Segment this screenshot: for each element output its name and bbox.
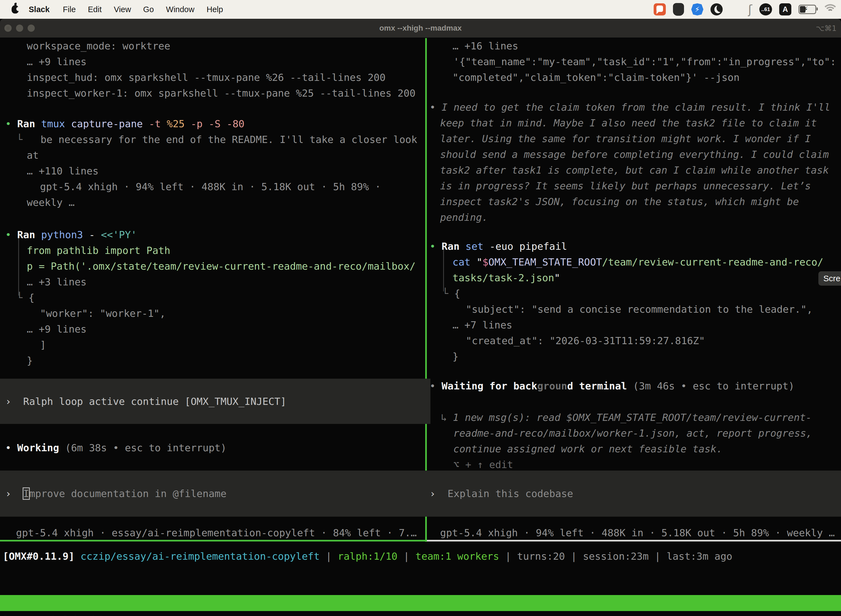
terminal-line: task2 after task1 is complete, but can I…	[440, 162, 829, 178]
menu-item-file[interactable]: File	[63, 5, 76, 14]
prompt-chevron: ›	[429, 488, 448, 499]
blue-badge-icon[interactable]: ⚡	[691, 3, 703, 15]
terminal-line: inspect task2's JSON, focusing on the st…	[440, 194, 799, 210]
terminal-line: gpt-5.4 xhigh · 94% left · 488K in · 5.1…	[440, 525, 835, 541]
terminal-line: • Ran python3 - <<'PY'	[5, 227, 137, 243]
menu-app-name[interactable]: Slack	[29, 5, 50, 14]
screen-tooltip: Scre	[818, 271, 841, 286]
terminal-line: should send a message before completing …	[440, 147, 829, 162]
terminal-line: later. Using the same for transition mig…	[440, 131, 811, 147]
terminal-line: ↳ 1 new msg(s): read $OMX_TEAM_STATE_ROO…	[441, 409, 812, 425]
menu-item-go[interactable]: Go	[143, 5, 154, 14]
terminal-line: cat "$OMX_TEAM_STATE_ROOT/team/review-cu…	[453, 254, 823, 270]
text-cursor: I	[23, 488, 29, 499]
terminal-line: • I need to get the claim token from the…	[429, 99, 830, 115]
a-square-icon[interactable]: A	[779, 3, 791, 15]
terminal-line: "created_at": "2026-03-31T11:59:27.816Z"	[466, 333, 705, 349]
terminal-line: ]	[40, 337, 46, 353]
terminal-line: gpt-5.4 xhigh · essay/ai-reimplementatio…	[16, 525, 417, 541]
band-text: Ralph loop active continue [OMX_TMUX_INJ…	[23, 396, 286, 407]
window-title-bar: omx --xhigh --madmax ⌥⌘1	[0, 19, 841, 38]
window-shortcut-badge: ⌥⌘1	[816, 19, 837, 38]
terminal-line: └ {	[442, 286, 460, 301]
menu-item-edit[interactable]: Edit	[88, 5, 102, 14]
menu-status-area: ⚡ ʃ ..61 A ⚡	[653, 0, 837, 19]
terminal-line: … +110 lines	[27, 163, 98, 179]
terminal-line: gpt-5.4 xhigh · 94% left · 488K in · 5.1…	[40, 179, 381, 195]
apple-menu-icon[interactable]	[12, 5, 19, 13]
terminal-line: • Waiting for background terminal (3m 46…	[429, 378, 794, 394]
terminal-line: ⌥ + ↑ edit	[453, 457, 513, 472]
terminal-line: • Ran tmux capture-pane -t %25 -p -S -80	[5, 116, 245, 132]
battery-icon[interactable]: ⚡	[799, 5, 816, 14]
terminal-line: from pathlib import Path	[27, 243, 170, 258]
terminal-line: • Working (6m 38s • esc to interrupt)	[5, 440, 227, 456]
terminal-line: … +3 lines	[27, 274, 86, 290]
terminal-line: workspace_mode: worktree	[27, 38, 170, 54]
terminal-line: • Ran set -euo pipefail	[429, 238, 567, 254]
terminal-line: continue assigned work or next feasible …	[453, 441, 722, 457]
terminal-line: keep that in mind. Maybe I also need the…	[440, 115, 817, 131]
band-text: Explain this codebase	[448, 488, 573, 499]
prompt-input-right[interactable]: › Explain this codebase	[428, 471, 841, 517]
terminal-line: is in progress? It seems likely but perh…	[440, 178, 811, 194]
terminal-line: └ {	[16, 290, 35, 305]
terminal-line: }	[453, 349, 459, 364]
terminal-line: at	[27, 147, 39, 163]
terminal-line: … +7 lines	[453, 317, 512, 333]
wifi-icon[interactable]	[823, 4, 837, 15]
tree-guide-left	[18, 233, 19, 296]
prompt-input-left[interactable]: › Improve documentation in @filename	[0, 471, 431, 517]
terminal-line: … +16 lines	[453, 38, 518, 54]
terminal-line: inspect_hud: omx sparkshell --tmux-pane …	[27, 70, 385, 85]
screen: Slack File Edit View Go Window Help ⚡ ʃ …	[0, 0, 841, 616]
terminal-line: p = Path('.omx/state/team/review-current…	[27, 258, 416, 274]
terminal-line: inspect_worker-1: omx sparkshell --tmux-…	[27, 85, 416, 101]
moon-icon[interactable]	[711, 3, 722, 15]
pane-divider[interactable]	[425, 38, 427, 542]
terminal-line: "worker": "worker-1",	[40, 305, 166, 321]
terminal-line: readme-and-reco/mailbox/worker-1.json, a…	[453, 425, 812, 441]
terminal-line: "subject": "send a concise recommendatio…	[466, 301, 813, 317]
chat-icon[interactable]	[653, 3, 666, 15]
terminal-line: tasks/task-2.json"	[453, 270, 560, 286]
terminal-line: pending.	[440, 210, 488, 225]
menu-bar: Slack File Edit View Go Window Help ⚡ ʃ …	[0, 0, 841, 19]
band-text: mprove documentation in @filename	[29, 488, 227, 499]
menu-item-window[interactable]: Window	[166, 5, 195, 14]
terminal-line: [OMX#0.11.9] cczip/essay/ai-reimplementa…	[3, 549, 732, 564]
ralph-loop-banner[interactable]: › Ralph loop active continue [OMX_TMUX_I…	[0, 378, 431, 424]
terminal-line: '{"team_name":"my-team","task_id":"1","f…	[453, 54, 836, 70]
terminal: Scre workspace_mode: worktree… +9 linesi…	[0, 38, 841, 616]
tmux-status-bar: [omx-cczip0:bash* "MacBook-Pro-44.local"…	[0, 595, 841, 611]
terminal-line: └ be necessary for the end of the README…	[16, 132, 417, 147]
badge-61-icon[interactable]: ..61	[759, 3, 772, 15]
shield-grid-icon[interactable]	[673, 3, 684, 16]
terminal-line: … +9 lines	[27, 321, 86, 337]
terminal-line: "completed","claim_token":"claim-token"}…	[453, 70, 740, 85]
prompt-chevron: ›	[5, 488, 23, 499]
terminal-line: weekly …	[27, 195, 75, 210]
window-title: omx --xhigh --madmax	[0, 19, 841, 38]
dots-grid-icon[interactable]	[730, 4, 741, 15]
terminal-line: … +9 lines	[27, 54, 86, 70]
tmux-window-label[interactable]: [omx-cczip0:bash*	[2, 611, 104, 616]
prompt-chevron: ›	[5, 396, 23, 407]
hook-icon[interactable]: ʃ	[748, 3, 752, 16]
terminal-line: }	[27, 353, 33, 368]
menu-item-view[interactable]: View	[114, 5, 131, 14]
menu-item-help[interactable]: Help	[207, 5, 223, 14]
